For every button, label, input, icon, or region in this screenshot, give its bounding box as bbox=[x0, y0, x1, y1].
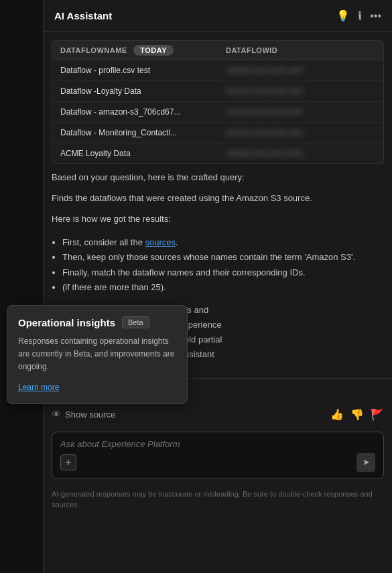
send-icon: ➤ bbox=[363, 457, 370, 467]
thumbs-up-button[interactable]: 👍 bbox=[330, 408, 344, 421]
dataflow-id-2: xxxxxxx-xxxx-xxxx-xxxx bbox=[218, 81, 383, 101]
dataflow-table: DATAFLOWNAME Today DATAFLOWID Dataflow -… bbox=[52, 40, 384, 164]
table-row: ACME Loyalty Data xxxxxxx-xxxx-xxxx-xxxx bbox=[52, 143, 383, 164]
tooltip-title: Operational insights bbox=[18, 317, 115, 328]
thumbs-down-button[interactable]: 👎 bbox=[350, 408, 364, 421]
table-header: DATAFLOWNAME Today DATAFLOWID bbox=[52, 41, 383, 60]
learn-more-link[interactable]: Learn more bbox=[18, 383, 59, 392]
chat-input[interactable] bbox=[60, 439, 375, 449]
response-how-we-got: Here is how we got the results: bbox=[44, 212, 392, 233]
tooltip-header: Operational insights Beta bbox=[18, 316, 176, 328]
bullet-1: First, consider all the sources. bbox=[62, 235, 384, 250]
dataflow-id-1: xxxxxxx-xxxx-xxxx-xxxx bbox=[218, 60, 383, 80]
main-panel: AI Assistant 💡 ℹ ••• DATAFLOWNAME Today … bbox=[44, 0, 392, 573]
col-id-header: DATAFLOWID bbox=[218, 41, 383, 60]
dataflow-id-5: xxxxxxx-xxxx-xxxx-xxxx bbox=[218, 143, 383, 164]
feedback-icons: 👍 👎 🚩 bbox=[330, 408, 384, 421]
dataflow-id-3: xxxxxxx-xxxx-xxxx-xxxx bbox=[218, 102, 383, 122]
dataflow-name-4: Dataflow - Monitoring_Contactl... bbox=[52, 123, 218, 143]
response-bullets: First, consider all the sources. Then, k… bbox=[44, 233, 392, 297]
response-description: Finds the dataflows that were created us… bbox=[44, 192, 392, 212]
input-bottom-row: + ➤ bbox=[60, 453, 375, 472]
table-row: Dataflow -Loyalty Data xxxxxxx-xxxx-xxxx… bbox=[52, 81, 383, 102]
bulb-icon[interactable]: 💡 bbox=[336, 9, 350, 22]
send-button[interactable]: ➤ bbox=[356, 453, 375, 472]
response-intro: Based on your question, here is the craf… bbox=[44, 164, 392, 192]
show-source-label: Show source bbox=[65, 409, 115, 420]
sources-link[interactable]: sources bbox=[145, 237, 176, 247]
tooltip-body: Responses containing operational insight… bbox=[18, 335, 176, 374]
info-icon[interactable]: ℹ bbox=[358, 9, 362, 22]
eye-icon: 👁 bbox=[52, 409, 61, 420]
page-title: AI Assistant bbox=[54, 10, 112, 21]
table-row: Dataflow - amazon-s3_706cd67... xxxxxxx-… bbox=[52, 102, 383, 123]
show-source-button[interactable]: 👁 Show source bbox=[52, 409, 115, 420]
dataflow-id-4: xxxxxxx-xxxx-xxxx-xxxx bbox=[218, 123, 383, 143]
input-area: + ➤ bbox=[44, 426, 392, 485]
add-attachment-button[interactable]: + bbox=[60, 454, 76, 470]
dataflow-name-2: Dataflow -Loyalty Data bbox=[52, 81, 218, 101]
bullet-2: Then, keep only those sources whose name… bbox=[62, 250, 384, 265]
dataflow-name-3: Dataflow - amazon-s3_706cd67... bbox=[52, 102, 218, 122]
table-row: Dataflow - profile.csv test xxxxxxx-xxxx… bbox=[52, 60, 383, 81]
header-icons: 💡 ℹ ••• bbox=[336, 9, 381, 22]
bullet-3: Finally, match the dataflow names and th… bbox=[62, 265, 384, 280]
sidebar bbox=[0, 0, 44, 573]
table-row: Dataflow - Monitoring_Contactl... xxxxxx… bbox=[52, 123, 383, 143]
bullet-4: (if there are more than 25). bbox=[62, 280, 384, 295]
beta-badge: Beta bbox=[122, 316, 149, 328]
header: AI Assistant 💡 ℹ ••• bbox=[44, 0, 392, 32]
col-name-header: DATAFLOWNAME Today bbox=[52, 41, 218, 60]
dataflow-name-5: ACME Loyalty Data bbox=[52, 143, 218, 164]
operational-insights-tooltip: Operational insights Beta Responses cont… bbox=[7, 305, 188, 404]
input-box: + ➤ bbox=[52, 432, 384, 479]
show-source-row: 👁 Show source 👍 👎 🚩 bbox=[44, 405, 392, 426]
dataflow-name-1: Dataflow - profile.csv test bbox=[52, 60, 218, 80]
today-badge: Today bbox=[133, 45, 174, 56]
disclaimer: AI-generated responses may be inaccurate… bbox=[44, 485, 392, 517]
flag-button[interactable]: 🚩 bbox=[371, 408, 384, 421]
more-icon[interactable]: ••• bbox=[370, 10, 381, 22]
content-area: DATAFLOWNAME Today DATAFLOWID Dataflow -… bbox=[44, 32, 392, 573]
